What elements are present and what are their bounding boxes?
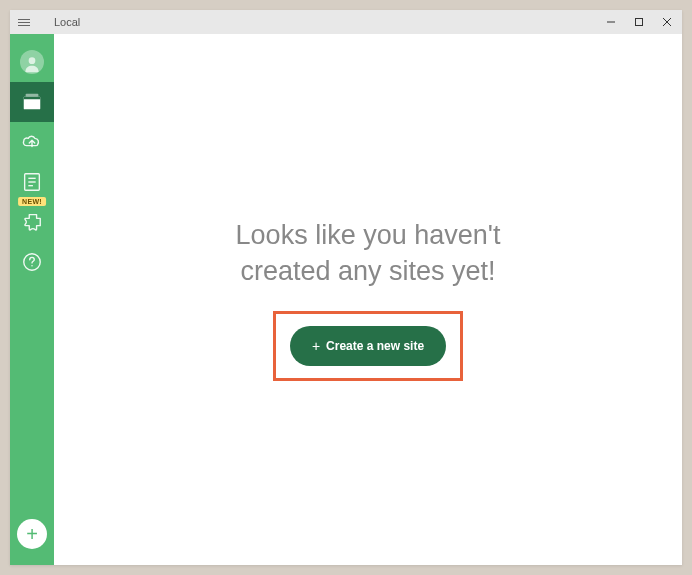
sidebar-blueprints[interactable]: NEW! — [10, 162, 54, 202]
cta-highlight-box: + Create a new site — [273, 311, 463, 381]
svg-point-13 — [31, 265, 32, 266]
app-window: Local — [10, 10, 682, 565]
window-controls — [604, 15, 674, 29]
window-title: Local — [54, 16, 80, 28]
minimize-button[interactable] — [604, 15, 618, 29]
sidebar-connect[interactable] — [10, 122, 54, 162]
heading-line-1: Looks like you haven't — [236, 220, 501, 250]
app-body: NEW! + Looks like you haven't — [10, 34, 682, 565]
cloud-icon — [21, 131, 43, 153]
addons-icon — [21, 211, 43, 233]
avatar-icon — [20, 50, 44, 74]
create-site-label: Create a new site — [326, 339, 424, 353]
svg-rect-7 — [26, 94, 39, 97]
create-site-button[interactable]: + Create a new site — [290, 326, 446, 366]
blueprint-icon — [21, 171, 43, 193]
main-content: Looks like you haven't created any sites… — [54, 34, 682, 565]
svg-rect-6 — [24, 97, 41, 100]
plus-icon: + — [312, 338, 320, 354]
titlebar: Local — [10, 10, 682, 34]
empty-state-heading: Looks like you haven't created any sites… — [236, 218, 501, 288]
add-site-button[interactable]: + — [17, 519, 47, 549]
svg-point-4 — [29, 57, 36, 64]
heading-line-2: created any sites yet! — [240, 256, 495, 286]
sidebar-account[interactable] — [10, 42, 54, 82]
sidebar-sites[interactable] — [10, 82, 54, 122]
svg-rect-1 — [636, 19, 643, 26]
sites-icon — [21, 91, 43, 113]
hamburger-menu-icon[interactable] — [18, 14, 34, 30]
maximize-button[interactable] — [632, 15, 646, 29]
help-icon — [21, 251, 43, 273]
sidebar-addons[interactable] — [10, 202, 54, 242]
plus-icon: + — [26, 523, 38, 546]
close-button[interactable] — [660, 15, 674, 29]
sidebar-help[interactable] — [10, 242, 54, 282]
sidebar-bottom: + — [17, 519, 47, 557]
sidebar: NEW! + — [10, 34, 54, 565]
